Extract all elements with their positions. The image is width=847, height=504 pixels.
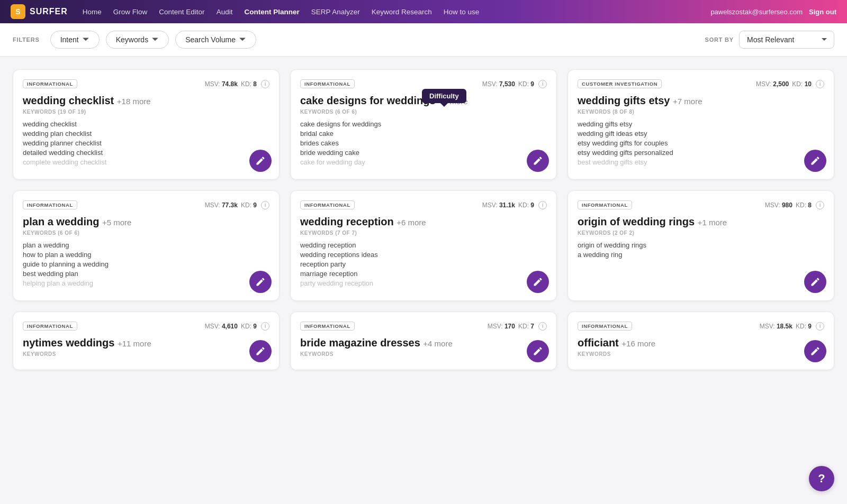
keyword-item: reception party	[300, 259, 547, 269]
card-meta: MSV: 170 KD: 7 i	[488, 322, 547, 331]
keyword-list: wedding gifts etsywedding gift ideas ets…	[578, 119, 824, 167]
keyword-list: wedding receptionwedding receptions idea…	[300, 240, 547, 288]
kd-label: KD: 10	[792, 80, 812, 88]
nav-link-grow-flow[interactable]: Grow Flow	[113, 7, 148, 17]
msv-label: MSV: 74.8k	[205, 80, 238, 88]
card-meta: MSV: 77.3k KD: 9 i	[205, 201, 269, 209]
card-action-button[interactable]	[804, 340, 826, 362]
card-title: officiant +16 more	[578, 337, 824, 349]
info-icon[interactable]: i	[816, 322, 824, 331]
msv-label: MSV: 170	[488, 323, 515, 330]
card-action-button[interactable]	[527, 150, 549, 172]
card-badge: INFORMATIONAL	[578, 322, 632, 331]
nav-link-how-to-use[interactable]: How to use	[444, 7, 480, 17]
keyword-item: best wedding gifts etsy	[578, 157, 824, 167]
card-meta: MSV: 31.1k KD: 9 i	[482, 201, 547, 209]
kd-label: KD: 9	[518, 201, 534, 209]
edit-icon	[255, 346, 266, 356]
card-header: INFORMATIONAL MSV: 170 KD: 7 i	[300, 322, 547, 331]
card-action-button[interactable]	[804, 150, 826, 172]
keyword-item: cake designs for weddings	[300, 119, 547, 129]
msv-label: MSV: 980	[765, 201, 792, 209]
card-header: INFORMATIONAL MSV: 4,610 KD: 9 i	[23, 322, 269, 331]
nav-logo-text: SURFER	[30, 7, 68, 16]
card-keywords-label: KEYWORDS (7 OF 7)	[300, 230, 547, 236]
card-more: +1 more	[698, 218, 727, 227]
card-1: INFORMATIONAL MSV: 7,530 KD: 9 i cake de…	[290, 69, 557, 180]
msv-label: MSV: 77.3k	[205, 201, 238, 209]
card-badge: INFORMATIONAL	[300, 79, 355, 88]
nav-signout-button[interactable]: Sign out	[809, 8, 836, 16]
kd-label: KD: 9	[241, 201, 257, 209]
nav-link-content-planner[interactable]: Content Planner	[244, 7, 299, 17]
card-more: +7 more	[673, 97, 702, 106]
keyword-item: plan a wedding	[23, 240, 269, 250]
nav-email: pawelszostak@surferseo.com	[710, 8, 803, 16]
card-title: origin of wedding rings +1 more	[578, 216, 824, 228]
card-header: INFORMATIONAL MSV: 77.3k KD: 9 i	[23, 200, 269, 209]
kd-label: KD: 9	[241, 323, 257, 330]
card-title: wedding gifts etsy +7 more	[578, 95, 824, 107]
nav-link-keyword-research[interactable]: Keyword Research	[372, 7, 432, 17]
card-keywords-label: KEYWORDS (6 OF 6)	[300, 109, 547, 115]
card-action-button[interactable]	[249, 271, 272, 293]
card-meta: MSV: 980 KD: 8 i	[765, 201, 824, 209]
info-icon[interactable]: i	[261, 322, 269, 331]
info-icon[interactable]: i	[261, 80, 269, 88]
card-header: INFORMATIONAL MSV: 74.8k KD: 8 i	[23, 79, 269, 88]
chevron-down-icon	[82, 36, 89, 43]
keyword-item: etsy wedding gifts for couples	[578, 138, 824, 148]
filter-button-search-volume[interactable]: Search Volume	[175, 31, 256, 49]
edit-icon	[810, 277, 821, 287]
nav-bar: S SURFER HomeGrow FlowContent EditorAudi…	[0, 0, 847, 23]
sort-select[interactable]: Most RelevantLeast RelevantHighest MSVLo…	[739, 31, 834, 49]
info-icon[interactable]: i	[261, 201, 269, 209]
card-action-button[interactable]	[804, 271, 826, 293]
card-action-button[interactable]	[249, 150, 272, 172]
nav-link-content-editor[interactable]: Content Editor	[159, 7, 204, 17]
sort-label: SORT BY	[705, 36, 734, 43]
chevron-down-icon	[239, 36, 246, 43]
card-action-button[interactable]	[527, 340, 549, 362]
info-icon[interactable]: i	[538, 201, 547, 209]
card-action-button[interactable]	[527, 271, 549, 293]
keyword-item: guide to planning a wedding	[23, 259, 269, 269]
card-keywords-label: KEYWORDS (19 OF 19)	[23, 109, 269, 115]
card-title: wedding checklist +18 more	[23, 95, 269, 107]
edit-icon	[255, 277, 266, 287]
keyword-item: bridal cake	[300, 129, 547, 138]
card-more: +5 more	[102, 218, 131, 227]
card-header: INFORMATIONAL MSV: 31.1k KD: 9 i	[300, 200, 547, 209]
card-meta: MSV: 2,500 KD: 10 i	[756, 80, 824, 88]
msv-label: MSV: 4,610	[205, 323, 238, 330]
edit-icon	[533, 155, 543, 166]
keyword-item: complete wedding checklist	[23, 157, 269, 167]
nav-logo[interactable]: S SURFER	[11, 4, 68, 19]
cards-grid: INFORMATIONAL MSV: 74.8k KD: 8 i wedding…	[0, 57, 847, 383]
card-7: INFORMATIONAL MSV: 170 KD: 7 i bride mag…	[290, 311, 557, 370]
card-more: +4 more	[423, 339, 452, 348]
card-6: INFORMATIONAL MSV: 4,610 KD: 9 i nytimes…	[13, 311, 280, 370]
card-badge: INFORMATIONAL	[578, 200, 632, 209]
card-action-button[interactable]	[249, 340, 272, 362]
filter-button-keywords[interactable]: Keywords	[106, 31, 169, 49]
info-icon[interactable]: i	[538, 80, 547, 88]
info-icon[interactable]: i	[816, 80, 824, 88]
card-badge: CUSTOMER INVESTIGATION	[578, 79, 662, 88]
keyword-item: wedding planner checklist	[23, 138, 269, 148]
keyword-item: detailed wedding checklist	[23, 148, 269, 157]
info-icon[interactable]: i	[816, 201, 824, 209]
card-keywords-label: KEYWORDS (8 OF 8)	[578, 109, 824, 115]
card-2: CUSTOMER INVESTIGATION MSV: 2,500 KD: 10…	[567, 69, 834, 180]
nav-link-audit[interactable]: Audit	[217, 7, 233, 17]
filter-button-intent[interactable]: Intent	[50, 31, 100, 49]
card-badge: INFORMATIONAL	[23, 79, 77, 88]
kd-label: KD: 8	[796, 201, 812, 209]
nav-link-home[interactable]: Home	[83, 7, 102, 17]
nav-link-serp-analyzer[interactable]: SERP Analyzer	[311, 7, 360, 17]
card-header: INFORMATIONAL MSV: 7,530 KD: 9 i	[300, 79, 547, 88]
keyword-item: bride wedding cake	[300, 148, 547, 157]
keyword-item: brides cakes	[300, 138, 547, 148]
card-4: INFORMATIONAL MSV: 31.1k KD: 9 i wedding…	[290, 190, 557, 301]
info-icon[interactable]: i	[538, 322, 547, 331]
